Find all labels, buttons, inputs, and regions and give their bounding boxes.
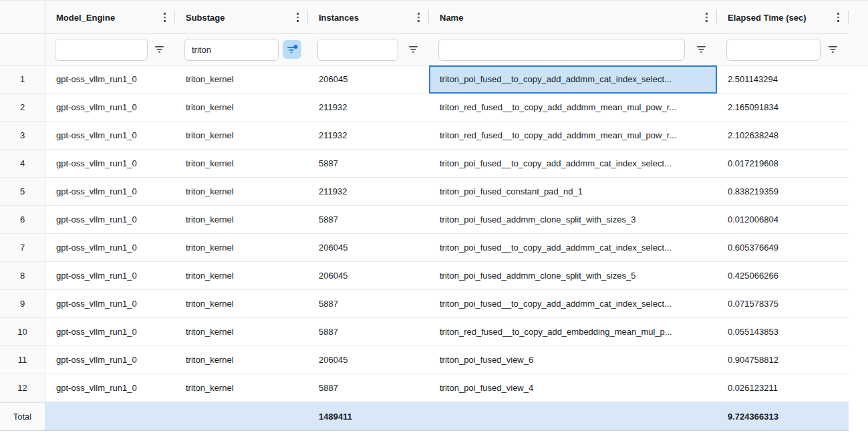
cell-elapsed-time[interactable]: 2.501143294 bbox=[717, 65, 849, 93]
cell-name[interactable]: triton_poi_fused_view_6 bbox=[429, 346, 717, 374]
cell-model-engine[interactable]: gpt-oss_vllm_run1_0 bbox=[45, 374, 175, 402]
cell-instances[interactable]: 5887 bbox=[308, 374, 429, 402]
cell-elapsed-time[interactable]: 0.017219608 bbox=[717, 150, 849, 177]
column-header-instances[interactable]: Instances bbox=[308, 1, 429, 34]
cell-model-engine[interactable]: gpt-oss_vllm_run1_0 bbox=[45, 206, 175, 233]
cell-elapsed-time[interactable]: 0.904758812 bbox=[717, 346, 849, 374]
column-menu-icon[interactable] bbox=[162, 9, 167, 25]
column-menu-icon[interactable] bbox=[295, 9, 300, 25]
total-substage bbox=[175, 403, 308, 430]
cell-name[interactable]: triton_red_fused__to_copy_add_addmm_mean… bbox=[429, 122, 717, 149]
cell-model-engine[interactable]: gpt-oss_vllm_run1_0 bbox=[45, 234, 175, 261]
cell-instances[interactable]: 206045 bbox=[308, 65, 429, 93]
row-number-header bbox=[0, 1, 45, 34]
instances-filter-input[interactable] bbox=[317, 39, 398, 61]
cell-name[interactable]: triton_poi_fused__to_copy_add_addmm_cat_… bbox=[429, 234, 717, 261]
column-header-name[interactable]: Name bbox=[429, 1, 717, 34]
cell-substage[interactable]: triton_kernel bbox=[175, 234, 308, 261]
cell-model-engine[interactable]: gpt-oss_vllm_run1_0 bbox=[45, 122, 175, 149]
elapsed-time-filter-icon[interactable] bbox=[823, 40, 842, 59]
column-header-model-engine[interactable]: Model_Engine bbox=[45, 1, 175, 34]
column-menu-icon[interactable] bbox=[836, 9, 841, 25]
header-divider bbox=[0, 33, 849, 34]
column-label: Instances bbox=[319, 13, 359, 23]
filter-row bbox=[0, 34, 868, 65]
cell-model-engine[interactable]: gpt-oss_vllm_run1_0 bbox=[45, 94, 175, 121]
model-engine-filter-input[interactable] bbox=[55, 39, 148, 61]
cell-elapsed-time[interactable]: 2.165091834 bbox=[717, 94, 849, 121]
table-row: 10 gpt-oss_vllm_run1_0 triton_kernel 588… bbox=[0, 318, 849, 346]
cell-name[interactable]: triton_poi_fused__to_copy_add_addmm_cat_… bbox=[429, 150, 717, 177]
cell-substage[interactable]: triton_kernel bbox=[175, 65, 308, 93]
cell-name[interactable]: triton_poi_fused_addmm_clone_split_with_… bbox=[429, 206, 717, 233]
cell-model-engine[interactable]: gpt-oss_vllm_run1_0 bbox=[45, 290, 175, 317]
cell-substage[interactable]: triton_kernel bbox=[175, 346, 308, 374]
cell-substage[interactable]: triton_kernel bbox=[175, 94, 308, 121]
cell-model-engine[interactable]: gpt-oss_vllm_run1_0 bbox=[45, 262, 175, 289]
column-header-elapsed-time[interactable]: Elapsed Time (sec) bbox=[717, 1, 849, 34]
cell-name[interactable]: triton_red_fused__to_copy_add_embedding_… bbox=[429, 318, 717, 345]
table-row: 9 gpt-oss_vllm_run1_0 triton_kernel 5887… bbox=[0, 290, 849, 318]
cell-instances[interactable]: 211932 bbox=[308, 122, 429, 149]
table-row: 6 gpt-oss_vllm_run1_0 triton_kernel 5887… bbox=[0, 206, 849, 234]
cell-elapsed-time[interactable]: 0.425066266 bbox=[717, 262, 849, 289]
cell-name[interactable]: triton_red_fused__to_copy_add_addmm_mean… bbox=[429, 94, 717, 121]
row-number: 7 bbox=[0, 234, 45, 261]
table-body: 1 gpt-oss_vllm_run1_0 triton_kernel 2060… bbox=[0, 65, 868, 402]
cell-instances[interactable]: 211932 bbox=[308, 178, 429, 205]
cell-elapsed-time[interactable]: 0.071578375 bbox=[717, 290, 849, 317]
cell-substage[interactable]: triton_kernel bbox=[175, 206, 308, 233]
name-filter-input[interactable] bbox=[438, 39, 685, 61]
column-resize-handle[interactable] bbox=[848, 10, 849, 25]
cell-name[interactable]: triton_poi_fused__to_copy_add_addmm_cat_… bbox=[429, 290, 717, 317]
cell-instances[interactable]: 211932 bbox=[308, 94, 429, 121]
column-label: Elapsed Time (sec) bbox=[728, 13, 807, 23]
cell-elapsed-time[interactable]: 2.102638248 bbox=[717, 122, 849, 149]
row-number-filter-cell bbox=[0, 34, 45, 65]
substage-filter-active-icon[interactable] bbox=[283, 40, 301, 59]
cell-substage[interactable]: triton_kernel bbox=[175, 374, 308, 402]
cell-instances[interactable]: 206045 bbox=[308, 346, 429, 374]
name-filter-icon[interactable] bbox=[692, 40, 710, 59]
column-header-row: Model_Engine Substage Instances Name Ela… bbox=[0, 0, 868, 34]
cell-instances[interactable]: 5887 bbox=[308, 318, 429, 345]
cell-model-engine[interactable]: gpt-oss_vllm_run1_0 bbox=[45, 318, 175, 345]
filter-cell-name bbox=[429, 34, 717, 65]
cell-model-engine[interactable]: gpt-oss_vllm_run1_0 bbox=[45, 65, 175, 93]
substage-filter-input[interactable] bbox=[184, 39, 279, 61]
column-menu-icon[interactable] bbox=[704, 9, 709, 25]
cell-substage[interactable]: triton_kernel bbox=[175, 290, 308, 317]
elapsed-time-filter-input[interactable] bbox=[726, 39, 821, 61]
cell-instances[interactable]: 5887 bbox=[308, 206, 429, 233]
cell-elapsed-time[interactable]: 0.605376649 bbox=[717, 234, 849, 261]
cell-instances[interactable]: 5887 bbox=[308, 150, 429, 177]
row-number: 1 bbox=[0, 65, 45, 93]
cell-name[interactable]: triton_poi_fused_constant_pad_nd_1 bbox=[429, 178, 717, 205]
instances-filter-icon[interactable] bbox=[404, 40, 422, 59]
cell-substage[interactable]: triton_kernel bbox=[175, 178, 308, 205]
cell-instances[interactable]: 206045 bbox=[308, 262, 429, 289]
cell-name[interactable]: triton_poi_fused_view_4 bbox=[429, 374, 717, 402]
row-number: 5 bbox=[0, 178, 45, 205]
cell-substage[interactable]: triton_kernel bbox=[175, 262, 308, 289]
cell-elapsed-time[interactable]: 0.012006804 bbox=[717, 206, 849, 233]
cell-instances[interactable]: 5887 bbox=[308, 290, 429, 317]
cell-substage[interactable]: triton_kernel bbox=[175, 150, 308, 177]
cell-elapsed-time[interactable]: 0.026123211 bbox=[717, 374, 849, 402]
cell-model-engine[interactable]: gpt-oss_vllm_run1_0 bbox=[45, 346, 175, 374]
cell-instances[interactable]: 206045 bbox=[308, 234, 429, 261]
cell-substage[interactable]: triton_kernel bbox=[175, 318, 308, 345]
cell-substage[interactable]: triton_kernel bbox=[175, 122, 308, 149]
cell-model-engine[interactable]: gpt-oss_vllm_run1_0 bbox=[45, 178, 175, 205]
column-menu-icon[interactable] bbox=[416, 9, 421, 25]
cell-name-selected[interactable]: triton_poi_fused__to_copy_add_addmm_cat_… bbox=[429, 65, 717, 94]
data-grid: Model_Engine Substage Instances Name Ela… bbox=[0, 0, 868, 443]
cell-name[interactable]: triton_poi_fused_addmm_clone_split_with_… bbox=[429, 262, 717, 289]
cell-elapsed-time[interactable]: 0.055143853 bbox=[717, 318, 849, 345]
cell-elapsed-time[interactable]: 0.838219359 bbox=[717, 178, 849, 205]
column-header-substage[interactable]: Substage bbox=[175, 1, 308, 34]
total-row: Total 1489411 9.724366313 bbox=[0, 402, 849, 431]
model-engine-filter-icon[interactable] bbox=[150, 40, 168, 59]
cell-model-engine[interactable]: gpt-oss_vllm_run1_0 bbox=[45, 150, 175, 177]
row-number: 3 bbox=[0, 122, 45, 149]
